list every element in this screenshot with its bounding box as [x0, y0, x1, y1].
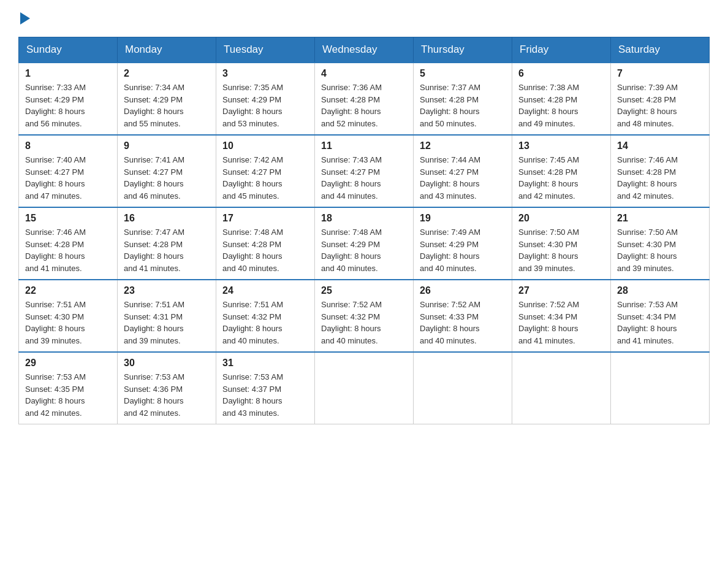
calendar-week-4: 22Sunrise: 7:51 AMSunset: 4:30 PMDayligh… — [19, 280, 710, 352]
day-info: Sunrise: 7:50 AMSunset: 4:30 PMDaylight:… — [617, 226, 703, 274]
calendar-cell: 24Sunrise: 7:51 AMSunset: 4:32 PMDayligh… — [216, 280, 315, 352]
calendar-cell: 16Sunrise: 7:47 AMSunset: 4:28 PMDayligh… — [118, 207, 216, 280]
day-info: Sunrise: 7:41 AMSunset: 4:27 PMDaylight:… — [124, 154, 210, 202]
day-number: 3 — [222, 68, 308, 79]
calendar-cell: 21Sunrise: 7:50 AMSunset: 4:30 PMDayligh… — [611, 207, 710, 280]
day-number: 31 — [222, 358, 308, 369]
calendar-cell: 8Sunrise: 7:40 AMSunset: 4:27 PMDaylight… — [19, 135, 118, 207]
calendar-cell: 6Sunrise: 7:38 AMSunset: 4:28 PMDaylight… — [512, 63, 611, 135]
calendar-cell: 29Sunrise: 7:53 AMSunset: 4:35 PMDayligh… — [19, 352, 118, 424]
day-number: 6 — [518, 68, 604, 79]
calendar-header-tuesday: Tuesday — [216, 37, 315, 63]
day-info: Sunrise: 7:38 AMSunset: 4:28 PMDaylight:… — [518, 82, 604, 129]
logo — [18, 12, 32, 25]
calendar-week-5: 29Sunrise: 7:53 AMSunset: 4:35 PMDayligh… — [19, 352, 710, 424]
calendar-header-row: SundayMondayTuesdayWednesdayThursdayFrid… — [19, 37, 710, 63]
day-info: Sunrise: 7:52 AMSunset: 4:33 PMDaylight:… — [420, 299, 506, 347]
day-info: Sunrise: 7:51 AMSunset: 4:30 PMDaylight:… — [25, 299, 111, 347]
day-info: Sunrise: 7:37 AMSunset: 4:28 PMDaylight:… — [420, 82, 506, 129]
day-info: Sunrise: 7:35 AMSunset: 4:29 PMDaylight:… — [222, 82, 308, 129]
calendar-cell: 7Sunrise: 7:39 AMSunset: 4:28 PMDaylight… — [611, 63, 710, 135]
calendar-header-monday: Monday — [118, 37, 216, 63]
day-number: 9 — [124, 140, 210, 151]
calendar-header-friday: Friday — [512, 37, 611, 63]
calendar-cell: 19Sunrise: 7:49 AMSunset: 4:29 PMDayligh… — [414, 207, 512, 280]
day-info: Sunrise: 7:52 AMSunset: 4:32 PMDaylight:… — [321, 299, 407, 347]
calendar-cell: 18Sunrise: 7:48 AMSunset: 4:29 PMDayligh… — [315, 207, 414, 280]
calendar-cell: 25Sunrise: 7:52 AMSunset: 4:32 PMDayligh… — [315, 280, 414, 352]
logo-line1 — [18, 12, 32, 25]
day-info: Sunrise: 7:53 AMSunset: 4:36 PMDaylight:… — [124, 371, 210, 419]
calendar-week-3: 15Sunrise: 7:46 AMSunset: 4:28 PMDayligh… — [19, 207, 710, 280]
day-info: Sunrise: 7:34 AMSunset: 4:29 PMDaylight:… — [124, 82, 210, 129]
day-info: Sunrise: 7:50 AMSunset: 4:30 PMDaylight:… — [518, 226, 604, 274]
day-number: 25 — [321, 285, 407, 296]
calendar-week-1: 1Sunrise: 7:33 AMSunset: 4:29 PMDaylight… — [19, 63, 710, 135]
day-info: Sunrise: 7:40 AMSunset: 4:27 PMDaylight:… — [25, 154, 111, 202]
day-info: Sunrise: 7:39 AMSunset: 4:28 PMDaylight:… — [617, 82, 703, 129]
calendar-cell: 3Sunrise: 7:35 AMSunset: 4:29 PMDaylight… — [216, 63, 315, 135]
calendar-header-wednesday: Wednesday — [315, 37, 414, 63]
day-number: 19 — [420, 213, 506, 224]
calendar-cell: 9Sunrise: 7:41 AMSunset: 4:27 PMDaylight… — [118, 135, 216, 207]
calendar-cell: 5Sunrise: 7:37 AMSunset: 4:28 PMDaylight… — [414, 63, 512, 135]
day-number: 22 — [25, 285, 111, 296]
calendar-cell: 31Sunrise: 7:53 AMSunset: 4:37 PMDayligh… — [216, 352, 315, 424]
day-number: 20 — [518, 213, 604, 224]
calendar-cell: 30Sunrise: 7:53 AMSunset: 4:36 PMDayligh… — [118, 352, 216, 424]
calendar-cell: 4Sunrise: 7:36 AMSunset: 4:28 PMDaylight… — [315, 63, 414, 135]
day-info: Sunrise: 7:44 AMSunset: 4:27 PMDaylight:… — [420, 154, 506, 202]
day-info: Sunrise: 7:47 AMSunset: 4:28 PMDaylight:… — [124, 226, 210, 274]
calendar-table: SundayMondayTuesdayWednesdayThursdayFrid… — [18, 37, 710, 424]
calendar-cell — [315, 352, 414, 424]
day-number: 27 — [518, 285, 604, 296]
day-number: 14 — [617, 140, 703, 151]
day-info: Sunrise: 7:46 AMSunset: 4:28 PMDaylight:… — [25, 226, 111, 274]
calendar-header-sunday: Sunday — [19, 37, 118, 63]
day-number: 11 — [321, 140, 407, 151]
day-number: 5 — [420, 68, 506, 79]
day-info: Sunrise: 7:45 AMSunset: 4:28 PMDaylight:… — [518, 154, 604, 202]
calendar-cell: 12Sunrise: 7:44 AMSunset: 4:27 PMDayligh… — [414, 135, 512, 207]
day-info: Sunrise: 7:51 AMSunset: 4:31 PMDaylight:… — [124, 299, 210, 347]
calendar-cell — [414, 352, 512, 424]
day-info: Sunrise: 7:53 AMSunset: 4:37 PMDaylight:… — [222, 371, 308, 419]
day-number: 13 — [518, 140, 604, 151]
calendar-cell: 11Sunrise: 7:43 AMSunset: 4:27 PMDayligh… — [315, 135, 414, 207]
day-number: 4 — [321, 68, 407, 79]
day-number: 17 — [222, 213, 308, 224]
day-number: 26 — [420, 285, 506, 296]
calendar-cell — [512, 352, 611, 424]
calendar-cell — [611, 352, 710, 424]
day-number: 23 — [124, 285, 210, 296]
day-number: 21 — [617, 213, 703, 224]
day-number: 12 — [420, 140, 506, 151]
day-number: 29 — [25, 358, 111, 369]
calendar-cell: 15Sunrise: 7:46 AMSunset: 4:28 PMDayligh… — [19, 207, 118, 280]
calendar-cell: 10Sunrise: 7:42 AMSunset: 4:27 PMDayligh… — [216, 135, 315, 207]
calendar-cell: 13Sunrise: 7:45 AMSunset: 4:28 PMDayligh… — [512, 135, 611, 207]
day-number: 16 — [124, 213, 210, 224]
day-number: 1 — [25, 68, 111, 79]
calendar-cell: 17Sunrise: 7:48 AMSunset: 4:28 PMDayligh… — [216, 207, 315, 280]
day-info: Sunrise: 7:36 AMSunset: 4:28 PMDaylight:… — [321, 82, 407, 129]
day-info: Sunrise: 7:48 AMSunset: 4:28 PMDaylight:… — [222, 226, 308, 274]
day-info: Sunrise: 7:52 AMSunset: 4:34 PMDaylight:… — [518, 299, 604, 347]
calendar-cell: 28Sunrise: 7:53 AMSunset: 4:34 PMDayligh… — [611, 280, 710, 352]
calendar-cell: 27Sunrise: 7:52 AMSunset: 4:34 PMDayligh… — [512, 280, 611, 352]
day-number: 28 — [617, 285, 703, 296]
day-info: Sunrise: 7:53 AMSunset: 4:35 PMDaylight:… — [25, 371, 111, 419]
day-info: Sunrise: 7:48 AMSunset: 4:29 PMDaylight:… — [321, 226, 407, 274]
day-info: Sunrise: 7:46 AMSunset: 4:28 PMDaylight:… — [617, 154, 703, 202]
day-number: 15 — [25, 213, 111, 224]
day-info: Sunrise: 7:42 AMSunset: 4:27 PMDaylight:… — [222, 154, 308, 202]
calendar-cell: 26Sunrise: 7:52 AMSunset: 4:33 PMDayligh… — [414, 280, 512, 352]
calendar-cell: 22Sunrise: 7:51 AMSunset: 4:30 PMDayligh… — [19, 280, 118, 352]
day-number: 24 — [222, 285, 308, 296]
calendar-cell: 2Sunrise: 7:34 AMSunset: 4:29 PMDaylight… — [118, 63, 216, 135]
day-number: 30 — [124, 358, 210, 369]
calendar-week-2: 8Sunrise: 7:40 AMSunset: 4:27 PMDaylight… — [19, 135, 710, 207]
calendar-header-saturday: Saturday — [611, 37, 710, 63]
day-info: Sunrise: 7:33 AMSunset: 4:29 PMDaylight:… — [25, 82, 111, 129]
day-number: 7 — [617, 68, 703, 79]
